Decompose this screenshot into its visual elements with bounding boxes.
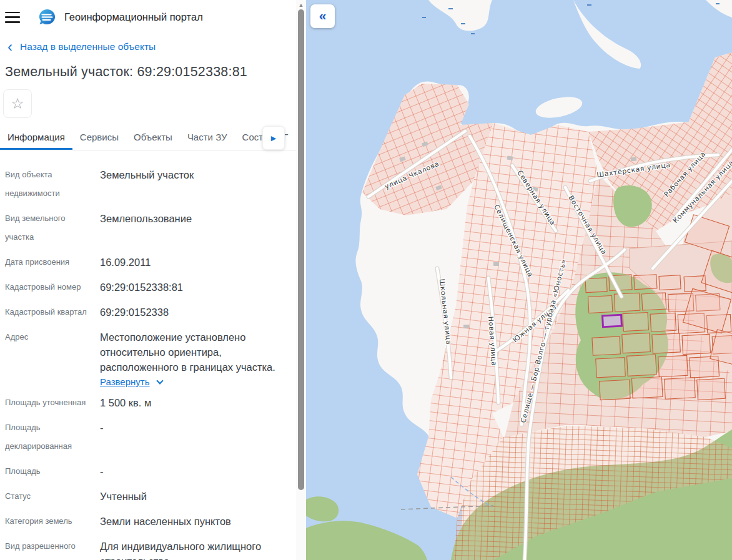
- info-row-value: -: [100, 420, 291, 435]
- star-icon: ☆: [11, 96, 24, 111]
- app-header: Геоинформационный портал: [0, 0, 296, 26]
- info-row: Дата присвоения16.09.2011: [5, 253, 291, 272]
- collapse-sidebar-button[interactable]: «: [310, 4, 335, 28]
- info-row-label: Вид объекта недвижимости: [5, 165, 100, 203]
- info-row-value: Землепользование: [100, 211, 291, 226]
- back-link-label: Назад в выделенные объекты: [20, 41, 156, 52]
- info-row-value: 16.09.2011: [100, 255, 291, 270]
- map-canvas[interactable]: улица ЧкаловаСелищенская улицаСеверная у…: [306, 0, 732, 560]
- info-row-label: Статус: [5, 487, 100, 506]
- info-row: Вид объекта недвижимостиЗемельный участо…: [5, 165, 291, 203]
- info-row-value: Учтенный: [100, 489, 291, 504]
- info-row-value: Земельный участок: [100, 167, 291, 182]
- tab-0[interactable]: Информация: [0, 126, 72, 150]
- info-row-value: 69:29:0152338:81: [100, 280, 291, 295]
- info-row: Кадастровый номер69:29:0152338:81: [5, 278, 291, 297]
- map-pane[interactable]: «: [306, 0, 732, 560]
- sidebar-panel: Геоинформационный портал ‹ Назад в выдел…: [0, 0, 306, 560]
- info-row-label: Площадь: [5, 462, 100, 481]
- info-row-label: Площадь уточненная: [5, 393, 100, 412]
- menu-icon[interactable]: [5, 12, 20, 23]
- expand-address-link[interactable]: Развернуть: [100, 376, 150, 387]
- double-chevron-left-icon: «: [319, 9, 327, 22]
- page-title: Земельный участок: 69:29:0152338:81: [5, 64, 296, 80]
- scrollbar-thumb[interactable]: [298, 9, 304, 490]
- tabs-overflow-button[interactable]: ▶: [262, 126, 285, 150]
- info-row-label: Кадастровый номер: [5, 278, 100, 297]
- selected-parcel-highlight[interactable]: [603, 315, 622, 327]
- info-row-label: Адрес: [5, 328, 100, 387]
- info-row-value: Для индивидуального жилищного строительс…: [100, 539, 291, 560]
- info-row-value: 69:29:0152338: [100, 305, 291, 320]
- info-row: Площадь декларированная-: [5, 418, 291, 456]
- info-row-label: Вид земельного участка: [5, 209, 100, 247]
- tab-3[interactable]: Части ЗУ: [180, 126, 235, 150]
- tabs-row: ИнформацияСервисыОбъектыЧасти ЗУСостаГ ▶: [0, 126, 296, 150]
- info-row-value: -: [100, 464, 291, 479]
- tabs: ИнформацияСервисыОбъектыЧасти ЗУСостаГ: [0, 126, 296, 150]
- info-row: СтатусУчтенный: [5, 487, 291, 506]
- sidebar-scrollbar[interactable]: ▲: [296, 0, 306, 560]
- info-row-value: 1 500 кв. м: [100, 395, 291, 410]
- info-row-value: Земли населенных пунктов: [100, 514, 291, 529]
- info-row: Площадь-: [5, 462, 291, 481]
- app-title: Геоинформационный портал: [64, 11, 203, 23]
- info-row-label: Вид разрешенного использования: [5, 537, 100, 560]
- scrollbar-up-arrow-icon[interactable]: ▲: [296, 1, 306, 9]
- info-row: Вид разрешенного использованияДля индиви…: [5, 537, 291, 560]
- triangle-right-icon: ▶: [271, 134, 276, 142]
- info-row-label: Категория земель: [5, 512, 100, 531]
- info-row-value: Местоположение установлено относительно …: [100, 330, 291, 375]
- geoportal-app: Геоинформационный портал ‹ Назад в выдел…: [0, 0, 732, 560]
- back-link[interactable]: ‹ Назад в выделенные объекты: [7, 41, 296, 52]
- chevron-down-icon: [156, 377, 163, 384]
- info-list: Вид объекта недвижимостиЗемельный участо…: [0, 150, 296, 560]
- info-row: Категория земельЗемли населенных пунктов: [5, 512, 291, 531]
- tab-1[interactable]: Сервисы: [72, 126, 126, 150]
- app-logo-icon: [39, 9, 56, 26]
- info-row-label: Дата присвоения: [5, 253, 100, 272]
- info-row: Кадастровый квартал69:29:0152338: [5, 303, 291, 322]
- info-row: Вид земельного участкаЗемлепользование: [5, 209, 291, 247]
- chevron-left-icon: ‹: [7, 41, 12, 52]
- info-row-label: Площадь декларированная: [5, 418, 100, 456]
- info-row-label: Кадастровый квартал: [5, 303, 100, 322]
- info-row: АдресМестоположение установлено относите…: [5, 328, 291, 387]
- info-row: Площадь уточненная1 500 кв. м: [5, 393, 291, 412]
- tab-2[interactable]: Объекты: [126, 126, 180, 150]
- favorite-button[interactable]: ☆: [3, 89, 32, 118]
